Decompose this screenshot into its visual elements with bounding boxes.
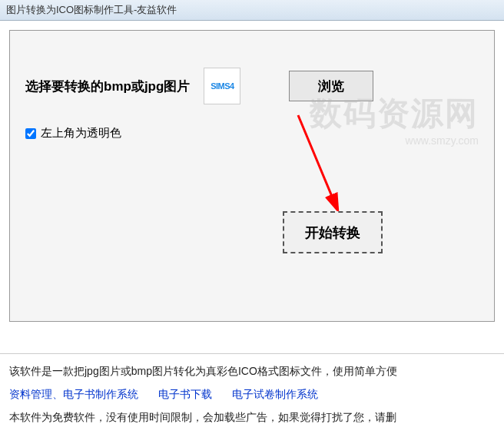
convert-button[interactable]: 开始转换: [283, 211, 383, 253]
image-preview: SIMS4: [204, 68, 240, 104]
footer-link-ebook[interactable]: 电子书下载: [158, 388, 212, 400]
transparent-option-row: 左上角为透明色: [25, 126, 479, 141]
window-title: 图片转换为ICO图标制作工具-友益软件: [6, 4, 177, 15]
footer-links-row: 资料管理、电子书制作系统 电子书下载 电子试卷制作系统: [9, 383, 495, 405]
browse-button[interactable]: 浏览: [289, 71, 373, 101]
footer-link-docs[interactable]: 资料管理、电子书制作系统: [9, 388, 138, 400]
preview-text: SIMS4: [211, 81, 234, 91]
transparent-label: 左上角为透明色: [41, 126, 121, 141]
footer-description-2: 本软件为免费软件，没有使用时间限制，会加载些广告，如果觉得打扰了您，请删: [9, 406, 495, 428]
footer-link-exam[interactable]: 电子试卷制作系统: [232, 388, 318, 400]
transparent-checkbox[interactable]: [25, 128, 36, 139]
title-bar: 图片转换为ICO图标制作工具-友益软件: [0, 0, 504, 21]
select-row: 选择要转换的bmp或jpg图片 SIMS4 浏览: [25, 68, 479, 104]
footer-description-1: 该软件是一款把jpg图片或bmp图片转化为真彩色ICO格式图标文件，使用简单方便: [9, 360, 495, 382]
main-panel: 选择要转换的bmp或jpg图片 SIMS4 浏览 左上角为透明色 开始转换 数码…: [9, 30, 495, 322]
select-image-label: 选择要转换的bmp或jpg图片: [25, 78, 190, 95]
footer: 该软件是一款把jpg图片或bmp图片转化为真彩色ICO格式图标文件，使用简单方便…: [0, 353, 504, 437]
